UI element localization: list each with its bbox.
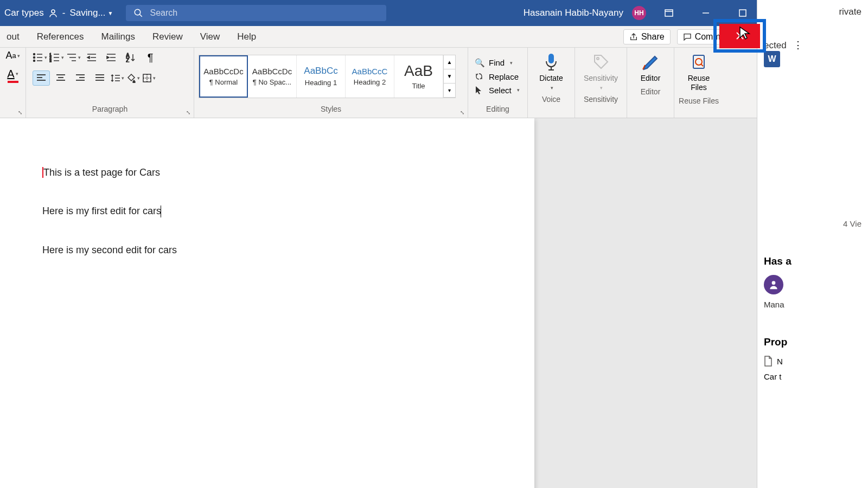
find-button[interactable]: 🔍Find▾ xyxy=(473,57,522,69)
reuse-group-label: Reuse Files xyxy=(679,94,719,107)
styles-up-button[interactable]: ▲ xyxy=(444,55,455,69)
document-area[interactable]: This is a test page for Cars Here is my … xyxy=(0,118,757,488)
numbering-button[interactable]: 123▾ xyxy=(49,53,64,62)
shading-button[interactable]: ▾ xyxy=(126,73,140,83)
reuse-files-icon xyxy=(689,52,709,72)
tab-help[interactable]: Help xyxy=(235,28,258,46)
views-count: 4 Vie xyxy=(764,219,861,228)
font-launcher-icon[interactable]: ⤡ xyxy=(18,110,22,115)
document-title-area: Car types - Saving... ▼ xyxy=(4,8,113,18)
bullets-button[interactable]: ▾ xyxy=(33,53,47,62)
voice-label: Voice xyxy=(532,93,570,106)
ribbon: Aa▾ A▾ ⤡ ▾ 123▾ ▾ AZ ¶ xyxy=(0,48,757,118)
microphone-icon xyxy=(541,52,561,72)
decrease-indent-button[interactable] xyxy=(83,50,100,65)
ribbon-display-button[interactable] xyxy=(655,0,683,26)
select-button[interactable]: Select▾ xyxy=(473,85,522,96)
tab-references[interactable]: References xyxy=(35,28,86,46)
multilevel-list-button[interactable]: ▾ xyxy=(66,53,81,62)
svg-rect-3 xyxy=(665,10,673,16)
sensitivity-button: Sensitivity ▾ xyxy=(579,50,622,93)
svg-point-9 xyxy=(34,54,35,55)
mouse-cursor xyxy=(739,26,752,39)
editing-label: Editing xyxy=(473,102,523,115)
replace-button[interactable]: Replace xyxy=(473,71,522,82)
chevron-down-icon[interactable]: ▼ xyxy=(108,10,113,16)
title-bar: Car types - Saving... ▼ Hasanain Habib-N… xyxy=(0,0,757,26)
style-heading-2[interactable]: AaBbCcCHeading 2 xyxy=(346,55,394,98)
dictate-button[interactable]: Dictate ▾ xyxy=(532,50,570,93)
editor-button-label: Editor xyxy=(641,74,661,83)
manage-access-label[interactable]: Mana xyxy=(764,300,861,309)
justify-button[interactable] xyxy=(91,70,108,86)
align-right-button[interactable] xyxy=(72,70,89,86)
text-cursor xyxy=(161,206,161,217)
sensitivity-button-label: Sensitivity xyxy=(584,74,618,83)
borders-button[interactable]: ▾ xyxy=(142,73,156,83)
svg-rect-47 xyxy=(143,74,151,82)
document-name: Car types xyxy=(4,8,44,18)
paragraph-launcher-icon[interactable]: ⤡ xyxy=(186,110,190,115)
styles-more-button[interactable]: ▾ xyxy=(444,84,455,98)
saving-label: Saving... xyxy=(69,8,105,18)
svg-point-13 xyxy=(34,60,35,62)
show-hide-button[interactable]: ¶ xyxy=(142,50,159,65)
menu-icon[interactable]: ⋮ xyxy=(793,40,803,50)
access-avatar[interactable] xyxy=(764,275,783,294)
user-avatar[interactable]: HH xyxy=(632,6,646,20)
tab-layout-partial[interactable]: out xyxy=(4,28,22,46)
sort-button[interactable]: AZ xyxy=(122,50,139,65)
align-center-button[interactable] xyxy=(52,70,69,86)
file-row: N xyxy=(764,356,861,367)
editing-group: 🔍Find▾ Replace Select▾ Editing xyxy=(468,48,528,118)
properties-label: Prop xyxy=(764,336,861,348)
document-icon xyxy=(764,356,773,367)
sensitivity-label: Sensitivity xyxy=(579,93,622,106)
search-input[interactable] xyxy=(150,8,379,18)
line-spacing-button[interactable]: ▾ xyxy=(111,73,124,83)
svg-text:Z: Z xyxy=(126,57,129,62)
styles-launcher-icon[interactable]: ⤡ xyxy=(460,110,464,115)
reuse-files-button[interactable]: Reuse Files xyxy=(679,50,719,94)
paragraph-1[interactable]: This is a test page for Cars xyxy=(42,167,492,178)
editor-button[interactable]: Editor xyxy=(631,50,669,85)
svg-point-58 xyxy=(772,281,776,285)
svg-point-1 xyxy=(135,9,141,15)
style-heading-1[interactable]: AaBbCcHeading 1 xyxy=(297,55,346,98)
word-icon: W xyxy=(764,51,780,67)
style-normal[interactable]: AaBbCcDc¶ Normal xyxy=(199,55,248,98)
editor-icon xyxy=(641,52,660,72)
paragraph-group: ▾ 123▾ ▾ AZ ¶ ▾ ▾ ▾ Paragraph ⤡ xyxy=(26,48,194,118)
find-icon: 🔍 xyxy=(475,58,484,68)
page[interactable]: This is a test page for Cars Here is my … xyxy=(0,118,534,488)
reuse-files-label: Reuse Files xyxy=(688,74,710,92)
change-case-button[interactable]: Aa▾ xyxy=(5,50,20,61)
styles-scroll: ▲ ▼ ▾ xyxy=(443,55,455,98)
tab-review[interactable]: Review xyxy=(150,28,185,46)
tab-mailings[interactable]: Mailings xyxy=(99,28,137,46)
paragraph-3[interactable]: Here is my second edit for cars xyxy=(42,245,492,256)
search-icon xyxy=(133,8,143,18)
share-button[interactable]: Share xyxy=(623,29,671,44)
editor-group: Editor Editor xyxy=(627,48,674,118)
styles-label: Styles xyxy=(199,102,463,115)
reuse-files-group: Reuse Files Reuse Files xyxy=(674,48,723,118)
search-box[interactable] xyxy=(126,5,386,21)
car-label: Car t xyxy=(764,372,782,381)
styles-gallery[interactable]: AaBbCcDc¶ Normal AaBbCcDc¶ No Spac... Aa… xyxy=(199,55,456,98)
user-name[interactable]: Hasanain Habib-Nayany xyxy=(524,8,623,18)
car-row: Car t xyxy=(764,372,861,381)
dictate-label: Dictate xyxy=(539,74,563,83)
svg-point-0 xyxy=(52,10,55,13)
increase-indent-button[interactable] xyxy=(103,50,120,65)
side-private-label: rivate xyxy=(839,7,861,17)
styles-down-button[interactable]: ▼ xyxy=(444,69,455,84)
font-color-button[interactable]: A▾ xyxy=(5,67,21,83)
share-label: Share xyxy=(641,32,665,42)
svg-line-2 xyxy=(140,14,143,17)
paragraph-2[interactable]: Here is my first edit for cars xyxy=(42,206,492,217)
align-left-button[interactable] xyxy=(33,70,50,86)
tab-view[interactable]: View xyxy=(198,28,222,46)
style-title[interactable]: AaBTitle xyxy=(394,55,443,98)
style-no-spacing[interactable]: AaBbCcDc¶ No Spac... xyxy=(248,55,297,98)
